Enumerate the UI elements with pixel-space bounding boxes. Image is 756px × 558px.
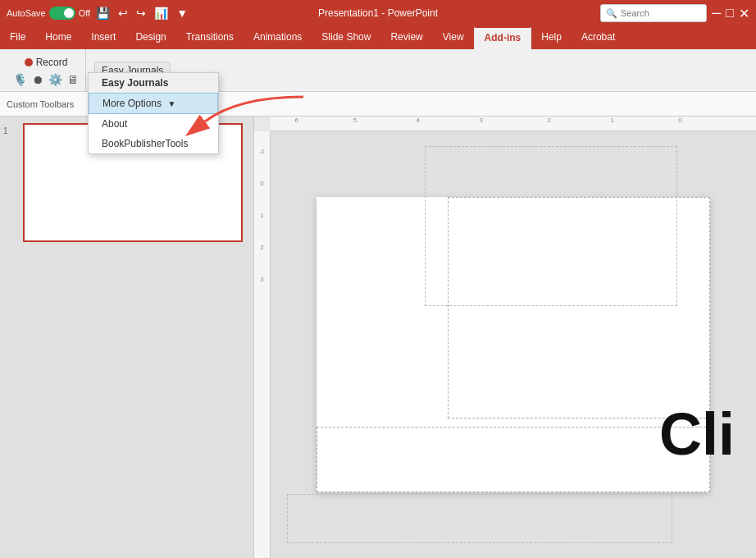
tab-transitions[interactable]: Transitions: [176, 26, 244, 49]
ruler-mark-5: 5: [353, 117, 357, 124]
tab-insert[interactable]: Insert: [81, 26, 125, 49]
tab-file[interactable]: File: [0, 26, 35, 49]
custom-toolbars-label: Custom Toolbars: [7, 99, 74, 109]
slide-text-placeholder-2: [317, 427, 710, 492]
tab-addins[interactable]: Add-ins: [474, 26, 532, 49]
ribbon-group-addins: Easy Journals Easy Journals More Options…: [88, 49, 177, 91]
dropdown-section-header: Easy Journals: [89, 73, 218, 93]
title-bar-left: AutoSave Off 💾 ↩ ↪ 📊 ▼: [7, 5, 190, 21]
camera-icon[interactable]: ⏺: [32, 73, 43, 86]
presenter-icon[interactable]: 📊: [152, 5, 171, 21]
title-bar-right: 🔍 ─ □ ✕: [600, 4, 749, 22]
autosave-label: AutoSave: [7, 8, 46, 18]
main-area: 1 6 5 4 3 2 1 0 -1 0 1 2 3: [0, 117, 756, 558]
tab-slideshow[interactable]: Slide Show: [312, 26, 380, 49]
ruler-top: 6 5 4 3 2 1 0: [271, 117, 756, 131]
search-box[interactable]: 🔍: [600, 4, 707, 22]
slide-canvas[interactable]: Cli: [271, 131, 756, 558]
ruler-left-mark-0: 0: [260, 180, 263, 187]
tab-view[interactable]: View: [433, 26, 474, 49]
ruler-mark-2: 2: [547, 117, 550, 124]
minimize-button[interactable]: ─: [712, 6, 721, 21]
close-button[interactable]: ✕: [739, 6, 749, 21]
dropdown-book-publisher-tools[interactable]: BookPublisherTools: [89, 134, 218, 153]
tab-acrobat[interactable]: Acrobat: [572, 26, 625, 49]
ruler-mark-4: 4: [417, 117, 420, 124]
toggle-knob: [64, 8, 74, 18]
ribbon-group-record: Record 🎙️ ⏺ ⚙️ 🖥: [7, 49, 86, 91]
tab-animations[interactable]: Animations: [244, 26, 312, 49]
autosave-area: AutoSave Off: [7, 7, 90, 20]
dropdown-more-options[interactable]: More Options ▼: [89, 93, 218, 114]
slide-dashed-overlay-bottom: [287, 494, 672, 543]
record-label: Record: [36, 57, 68, 68]
slide-panel: 1: [0, 117, 254, 558]
autosave-toggle[interactable]: [49, 7, 75, 20]
easy-journals-dropdown: Easy Journals More Options ▼ About BookP…: [88, 72, 219, 154]
ruler-left-mark-3: 3: [260, 276, 263, 283]
tab-help[interactable]: Help: [531, 26, 572, 49]
record-button[interactable]: Record: [20, 55, 73, 70]
dropdown-arrow-icon: ▼: [167, 99, 175, 108]
save-icon[interactable]: 💾: [93, 5, 112, 21]
ruler-mark-1: 1: [610, 117, 613, 124]
undo-icon[interactable]: ↩: [116, 5, 130, 21]
ribbon-tabs: File Home Insert Design Transitions Anim…: [0, 26, 756, 49]
tab-home[interactable]: Home: [35, 26, 81, 49]
record-circle-icon: [25, 58, 33, 66]
ribbon-content: Record 🎙️ ⏺ ⚙️ 🖥 Easy Journals Easy Jour…: [0, 49, 756, 92]
settings-icon[interactable]: ⚙️: [48, 73, 62, 86]
slide-large-text: Cli: [659, 400, 735, 468]
slide-text-placeholder-1: [448, 197, 710, 418]
ruler-left-mark-n1: -1: [259, 148, 265, 155]
ruler-left-mark-2: 2: [260, 244, 263, 251]
slide-main-canvas: Cli: [317, 197, 710, 492]
ruler-mark-3: 3: [480, 117, 483, 124]
maximize-button[interactable]: □: [726, 6, 734, 21]
search-input[interactable]: [621, 8, 701, 18]
slide-number: 1: [3, 126, 8, 135]
ruler-mark-6: 6: [295, 117, 298, 124]
tab-review[interactable]: Review: [380, 26, 432, 49]
title-bar: AutoSave Off 💾 ↩ ↪ 📊 ▼ Presentation1 - P…: [0, 0, 756, 26]
dropdown-about[interactable]: About: [89, 114, 218, 134]
window-title: Presentation1 - PowerPoint: [318, 7, 438, 19]
editor-area: 6 5 4 3 2 1 0 -1 0 1 2 3: [254, 117, 756, 558]
ruler-mark-0: 0: [678, 117, 681, 124]
microphone-icon[interactable]: 🎙️: [13, 73, 27, 86]
tab-design[interactable]: Design: [125, 26, 175, 49]
ruler-left-mark-1: 1: [260, 212, 263, 219]
display-icon[interactable]: 🖥: [67, 73, 79, 86]
customize-icon[interactable]: ▼: [174, 5, 190, 21]
redo-icon[interactable]: ↪: [134, 5, 148, 21]
ruler-left: -1 0 1 2 3: [254, 131, 271, 558]
search-icon: 🔍: [606, 8, 617, 19]
autosave-state: Off: [79, 8, 90, 18]
